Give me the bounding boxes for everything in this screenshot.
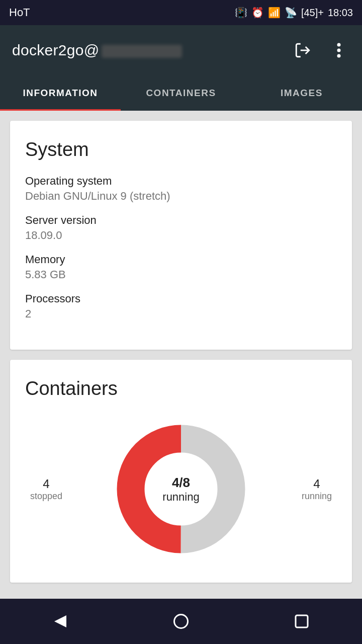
donut-running-label: running xyxy=(162,491,199,504)
back-icon xyxy=(51,612,69,630)
svg-point-1 xyxy=(337,43,341,47)
donut-chart-container: 4 stopped xyxy=(25,414,337,565)
tab-images[interactable]: IMAGES xyxy=(241,75,362,111)
logout-button[interactable] xyxy=(292,39,314,61)
nav-bar xyxy=(0,599,362,644)
logout-icon xyxy=(294,42,311,59)
os-row: Operating system Debian GNU/Linux 9 (str… xyxy=(25,175,337,203)
status-bar: HoT 📳 ⏰ 📶 📡 [45]+ 18:03 xyxy=(0,0,362,25)
recents-icon xyxy=(293,612,311,630)
donut-chart: 4/8 running xyxy=(106,414,256,565)
donut-fraction: 4/8 xyxy=(162,475,199,491)
battery-label: [45]+ xyxy=(301,7,324,19)
back-button[interactable] xyxy=(45,606,75,636)
tab-information[interactable]: INFORMATION xyxy=(0,75,121,111)
stopped-label: stopped xyxy=(30,491,62,502)
time-label: 18:03 xyxy=(328,7,353,19)
running-label: running xyxy=(302,491,332,502)
tab-bar: INFORMATION CONTAINERS IMAGES xyxy=(0,75,362,111)
more-icon xyxy=(337,42,341,59)
recents-button[interactable] xyxy=(287,606,317,636)
os-value: Debian GNU/Linux 9 (stretch) xyxy=(25,190,337,203)
processors-value: 2 xyxy=(25,307,337,320)
app-bar-actions xyxy=(292,39,350,61)
tab-containers[interactable]: CONTAINERS xyxy=(121,75,241,111)
containers-card-title: Containers xyxy=(25,378,337,399)
system-card-title: System xyxy=(25,139,337,160)
containers-card: Containers 4 stopped xyxy=(10,360,352,583)
svg-point-3 xyxy=(337,54,341,58)
server-version-value: 18.09.0 xyxy=(25,229,337,242)
processors-label: Processors xyxy=(25,292,337,305)
wifi-icon: 📶 xyxy=(268,7,281,19)
running-count: 4 xyxy=(302,477,332,491)
svg-marker-4 xyxy=(54,615,66,627)
legend-stopped: 4 stopped xyxy=(30,477,62,502)
vibrate-icon: 📳 xyxy=(235,7,247,19)
home-icon xyxy=(172,612,190,630)
carrier-label: HoT xyxy=(9,6,30,19)
memory-value: 5.83 GB xyxy=(25,268,337,281)
title-blurred xyxy=(102,45,182,58)
os-label: Operating system xyxy=(25,175,337,188)
system-card: System Operating system Debian GNU/Linux… xyxy=(10,121,352,350)
server-version-row: Server version 18.09.0 xyxy=(25,214,337,242)
app-bar: docker2go@ xyxy=(0,25,362,75)
processors-row: Processors 2 xyxy=(25,292,337,320)
memory-label: Memory xyxy=(25,253,337,266)
svg-point-2 xyxy=(337,49,341,52)
status-icons: 📳 ⏰ 📶 📡 [45]+ 18:03 xyxy=(235,7,353,19)
server-version-label: Server version xyxy=(25,214,337,227)
more-options-button[interactable] xyxy=(328,39,350,61)
stopped-count: 4 xyxy=(30,477,62,491)
signal-icon: 📡 xyxy=(285,7,297,19)
svg-rect-6 xyxy=(296,615,308,627)
alarm-icon: ⏰ xyxy=(251,7,264,19)
donut-center-text: 4/8 running xyxy=(162,475,199,504)
app-title: docker2go@ xyxy=(12,42,182,59)
home-button[interactable] xyxy=(166,606,196,636)
content-area: System Operating system Debian GNU/Linux… xyxy=(0,111,362,599)
svg-point-5 xyxy=(174,615,188,628)
legend-running: 4 running xyxy=(302,477,332,502)
memory-row: Memory 5.83 GB xyxy=(25,253,337,281)
